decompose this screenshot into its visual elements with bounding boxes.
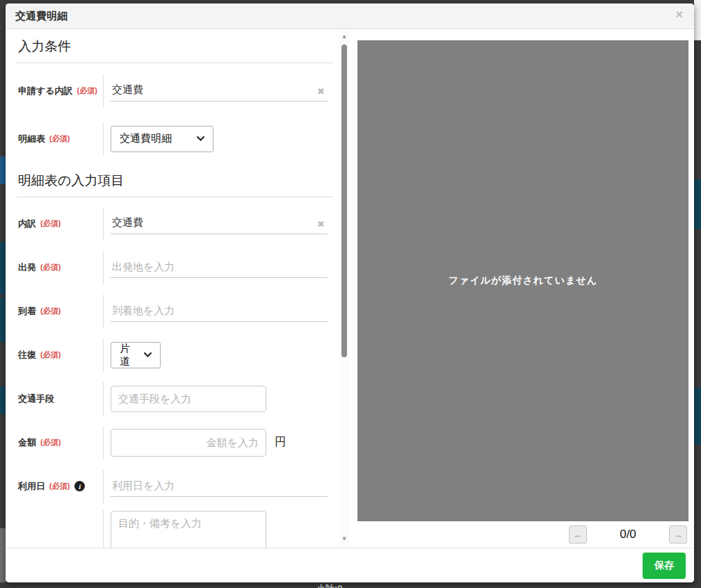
- label-cell: 利用日 (必須) i: [17, 480, 103, 493]
- departure-input[interactable]: [111, 256, 328, 278]
- required-badge: (必須): [40, 306, 61, 316]
- field-label: 金額: [18, 436, 36, 449]
- background-segment: [0, 156, 6, 184]
- attachment-preview-area: ファイルが添付されていません: [357, 40, 688, 521]
- label-cell: 到着 (必須): [17, 305, 103, 318]
- clear-icon[interactable]: ✖: [317, 85, 325, 96]
- input-cell: [103, 251, 334, 284]
- transport-expense-modal: 交通費明細 × 入力条件 申請する内訳 (必須) ✖: [6, 3, 694, 582]
- section-heading-conditions: 入力条件: [17, 38, 334, 63]
- input-cell: [103, 382, 334, 416]
- form-row-departure: 出発 (必須): [17, 245, 334, 289]
- required-badge: (必須): [49, 481, 70, 491]
- background-text-fragment: 小計:0: [316, 582, 343, 588]
- background-segment: [694, 0, 701, 40]
- field-label: 交通手段: [18, 393, 54, 405]
- input-cell: 交通費明細: [103, 122, 334, 156]
- label-cell: 明細表 (必須): [17, 133, 103, 145]
- input-wrap: ✖: [111, 80, 328, 101]
- detail-table-select[interactable]: 交通費明細: [111, 126, 213, 152]
- input-cell: ✖: [103, 74, 334, 108]
- field-label: 明細表: [18, 133, 45, 145]
- input-wrap: [111, 475, 328, 497]
- required-badge: (必須): [40, 437, 61, 448]
- field-label: 申請する内訳: [18, 85, 73, 97]
- input-wrap: ✖: [111, 213, 328, 234]
- background-bottom-strip: 小計:0: [0, 582, 701, 588]
- modal-header: 交通費明細 ×: [6, 3, 694, 29]
- label-cell: 交通手段: [17, 393, 103, 405]
- background-segment: [694, 179, 701, 229]
- label-cell: 往復 (必須): [17, 349, 103, 361]
- select-value: 片道: [120, 342, 137, 368]
- input-cell: [103, 470, 334, 503]
- form-panel: 入力条件 申請する内訳 (必須) ✖ 明細表 (必須): [6, 29, 339, 548]
- modal-title: 交通費明細: [15, 10, 67, 23]
- input-wrap: [111, 256, 328, 278]
- prev-page-button[interactable]: ←: [569, 525, 587, 544]
- form-row-arrival: 到着 (必須): [17, 289, 334, 333]
- arrival-input[interactable]: [111, 300, 328, 322]
- scrollbar-thumb[interactable]: [341, 44, 347, 357]
- input-cell: [103, 509, 334, 548]
- apply-breakdown-input[interactable]: [111, 80, 328, 101]
- form-row-apply-breakdown: 申請する内訳 (必須) ✖: [17, 69, 334, 113]
- round-trip-select[interactable]: 片道: [111, 342, 161, 368]
- field-label: 内訳: [18, 218, 36, 230]
- input-cell: 片道: [103, 338, 334, 372]
- field-label: 利用日: [18, 480, 45, 493]
- required-badge: (必須): [40, 350, 61, 360]
- transport-input[interactable]: [111, 386, 266, 412]
- page-indicator: 0/0: [587, 528, 669, 541]
- input-cell: 円: [103, 426, 334, 459]
- form-row-memo: [17, 508, 334, 548]
- label-cell: 申請する内訳 (必須): [17, 85, 103, 97]
- clear-icon[interactable]: ✖: [317, 218, 325, 229]
- breakdown-input[interactable]: [111, 213, 328, 234]
- required-badge: (必須): [77, 85, 97, 96]
- attachment-pagination: ← 0/0 →: [349, 521, 694, 548]
- required-badge: (必須): [40, 218, 61, 229]
- form-row-detail-table: 明細表 (必須) 交通費明細: [17, 117, 334, 161]
- required-badge: (必須): [49, 133, 70, 144]
- field-label: 往復: [18, 349, 36, 361]
- modal-footer: 保存: [6, 548, 694, 582]
- background-segment: [0, 528, 6, 588]
- memo-textarea[interactable]: [111, 511, 266, 548]
- chevron-down-icon: [197, 136, 204, 141]
- attachment-preview-panel: ファイルが添付されていません ← 0/0 →: [349, 29, 694, 548]
- background-segment: [0, 242, 6, 295]
- currency-unit-label: 円: [275, 435, 286, 450]
- form-row-breakdown: 内訳 (必須) ✖: [17, 202, 334, 245]
- label-cell: 金額 (必須): [17, 436, 103, 449]
- usage-date-input[interactable]: [111, 475, 328, 497]
- close-icon[interactable]: ×: [675, 8, 683, 23]
- select-value: 交通費明細: [120, 132, 172, 145]
- input-cell: [103, 295, 334, 328]
- form-row-round-trip: 往復 (必須) 片道: [17, 333, 334, 377]
- scroll-up-icon[interactable]: ▲: [341, 33, 348, 40]
- background-left-strip: [0, 0, 6, 588]
- scroll-down-icon[interactable]: ▼: [341, 536, 348, 542]
- next-page-button[interactable]: →: [669, 525, 687, 544]
- background-segment: [694, 388, 701, 445]
- background-right-strip: [694, 0, 701, 588]
- input-wrap: [111, 300, 328, 322]
- input-cell: ✖: [103, 207, 334, 240]
- save-button[interactable]: 保存: [643, 553, 686, 579]
- no-attachment-message: ファイルが添付されていません: [449, 275, 597, 287]
- form-row-transport: 交通手段: [17, 377, 334, 420]
- modal-body: 入力条件 申請する内訳 (必須) ✖ 明細表 (必須): [6, 29, 694, 548]
- field-label: 出発: [18, 261, 36, 274]
- label-cell: 出発 (必須): [17, 261, 103, 274]
- required-badge: (必須): [40, 262, 61, 272]
- form-scrollbar[interactable]: ▲ ▼: [339, 29, 349, 548]
- form-row-usage-date: 利用日 (必須) i: [17, 464, 334, 508]
- chevron-down-icon: [144, 352, 152, 357]
- field-label: 到着: [18, 305, 36, 318]
- info-icon: i: [74, 481, 85, 491]
- background-segment: [0, 297, 6, 342]
- background-segment: [0, 386, 6, 414]
- amount-input[interactable]: [111, 429, 266, 457]
- label-cell: 内訳 (必須): [17, 218, 103, 230]
